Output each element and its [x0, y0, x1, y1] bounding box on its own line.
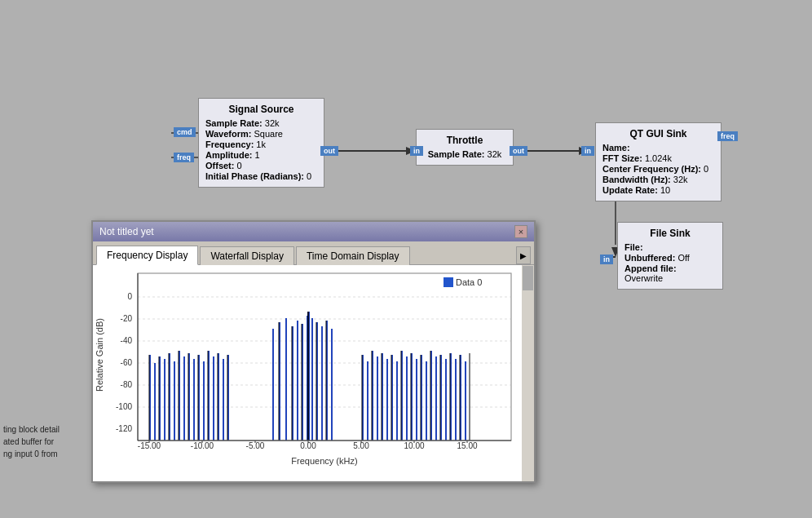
file-sink-block: File Sink File: Unbuffered: Off Append f…: [617, 222, 723, 290]
port-in-qtsink: in: [581, 146, 594, 156]
throttle-block: Throttle Sample Rate: 32k: [416, 129, 514, 166]
svg-rect-91: [445, 359, 447, 441]
tab-waterfall-display[interactable]: Waterfall Display: [200, 246, 294, 265]
svg-text:-60: -60: [121, 358, 133, 367]
port-freq-right: freq: [717, 131, 738, 141]
svg-rect-53: [193, 359, 195, 441]
svg-text:-40: -40: [121, 336, 133, 345]
throttle-samplerate: Sample Rate: 32k: [423, 149, 506, 159]
popup-titlebar: Not titled yet ×: [93, 222, 534, 241]
port-in-filesink: in: [600, 255, 613, 264]
qt-gui-sink-block: QT GUI Sink Name: FFT Size: 1.024k Cente…: [595, 122, 722, 201]
svg-rect-79: [386, 359, 388, 441]
svg-rect-13: [444, 277, 453, 287]
log-line-1: ting block detail: [3, 423, 88, 436]
svg-rect-81: [396, 361, 398, 441]
plot-scrollbar[interactable]: [522, 265, 534, 481]
svg-rect-85: [416, 359, 417, 441]
signal-source-amplitude: Amplitude: 1: [205, 150, 317, 160]
port-cmd: cmd: [174, 127, 196, 137]
signal-source-title: Signal Source: [205, 104, 317, 115]
svg-rect-83: [406, 356, 408, 441]
plot-scrollbar-thumb: [523, 266, 533, 290]
signal-source-phase: Initial Phase (Radians): 0: [205, 171, 317, 181]
svg-text:-120: -120: [116, 424, 132, 433]
svg-rect-49: [174, 361, 175, 441]
signal-source-samplerate: Sample Rate: 32k: [205, 118, 317, 128]
log-line-3: ng input 0 from: [3, 448, 88, 460]
log-line-2: ated buffer for: [3, 436, 88, 448]
svg-rect-65: [297, 321, 298, 441]
svg-rect-73: [331, 329, 333, 441]
svg-rect-55: [203, 361, 205, 441]
qt-sink-bandwidth: Bandwidth (Hz): 32k: [602, 175, 714, 184]
svg-rect-75: [367, 361, 368, 441]
svg-text:-20: -20: [121, 314, 133, 323]
svg-rect-61: [272, 329, 274, 441]
svg-rect-69: [311, 318, 313, 441]
svg-rect-77: [377, 356, 378, 441]
tab-time-domain-display[interactable]: Time Domain Display: [296, 246, 410, 265]
file-sink-append: Append file: Overwrite: [624, 263, 716, 283]
signal-source-waveform: Waveform: Square: [205, 129, 317, 139]
svg-text:Relative Gain (dB): Relative Gain (dB): [95, 318, 104, 392]
popup-close-button[interactable]: ×: [514, 225, 527, 238]
port-out-throttle: out: [510, 146, 527, 156]
svg-rect-51: [183, 356, 185, 441]
port-out-signal: out: [320, 146, 338, 156]
svg-rect-63: [285, 318, 287, 441]
svg-rect-89: [435, 356, 437, 441]
svg-rect-57: [213, 356, 214, 441]
svg-rect-93: [455, 359, 457, 441]
qt-sink-updaterate: Update Rate: 10: [602, 185, 714, 195]
svg-rect-87: [426, 361, 427, 441]
file-sink-title: File Sink: [624, 228, 716, 239]
svg-text:-80: -80: [121, 380, 133, 389]
svg-rect-45: [154, 363, 156, 441]
qt-sink-fftsize: FFT Size: 1.024k: [602, 153, 714, 163]
tab-frequency-display[interactable]: Frequency Display: [96, 246, 198, 265]
port-in-throttle: in: [410, 146, 423, 156]
tab-scroll-button[interactable]: ▶: [516, 246, 531, 264]
qt-sink-title: QT GUI Sink: [602, 128, 714, 139]
throttle-title: Throttle: [423, 135, 506, 146]
svg-rect-71: [321, 326, 323, 441]
svg-text:Frequency (kHz): Frequency (kHz): [291, 456, 357, 466]
signal-source-block: Signal Source Sample Rate: 32k Waveform:…: [198, 98, 324, 188]
qt-sink-centerfreq: Center Frequency (Hz): 0: [602, 164, 714, 174]
svg-text:-100: -100: [116, 402, 132, 411]
port-freq-left: freq: [174, 153, 194, 162]
tab-bar: Frequency Display Waterfall Display Time…: [93, 241, 534, 265]
svg-rect-47: [164, 359, 165, 441]
svg-text:Data 0: Data 0: [456, 277, 482, 287]
frequency-chart: Data 0 0 -20 -40 -60 -80 -100 -120 -15.0…: [93, 265, 523, 481]
file-sink-file: File:: [624, 242, 716, 252]
svg-text:0: 0: [127, 292, 132, 301]
svg-rect-59: [223, 359, 224, 441]
signal-source-offset: Offset: 0: [205, 161, 317, 170]
svg-rect-95: [465, 361, 466, 441]
popup-title: Not titled yet: [99, 226, 154, 237]
plot-container: Data 0 0 -20 -40 -60 -80 -100 -120 -15.0…: [93, 265, 534, 481]
log-area: ting block detail ated buffer for ng inp…: [0, 420, 91, 518]
popup-window: Not titled yet × Frequency Display Water…: [91, 220, 536, 483]
file-sink-unbuffered: Unbuffered: Off: [624, 253, 716, 263]
signal-source-frequency: Frequency: 1k: [205, 139, 317, 149]
qt-sink-name: Name:: [602, 143, 714, 153]
